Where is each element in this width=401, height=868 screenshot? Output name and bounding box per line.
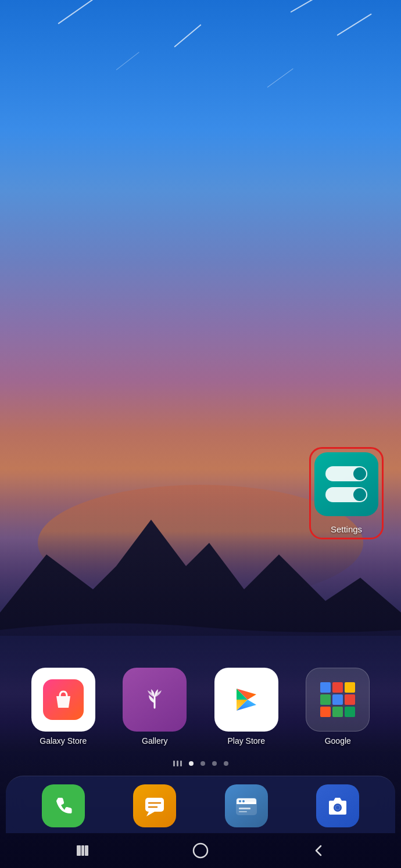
galaxy-store-icon-inner [43,679,84,720]
galaxy-store-app[interactable]: Galaxy Store [31,668,95,745]
bottom-dock [6,776,395,833]
page-dot-4[interactable] [224,761,228,766]
toggle-row-1 [325,466,367,481]
top-spacer [0,0,401,668]
pages-indicator-lines [173,761,182,766]
svg-rect-20 [85,845,88,856]
toggle-knob-1 [353,467,366,480]
phone-dock-icon[interactable] [42,784,85,827]
svg-rect-13 [239,808,250,809]
recents-button[interactable] [68,839,97,862]
messages-dock-icon[interactable] [133,784,176,827]
page-dot-3[interactable] [212,761,217,766]
google-label: Google [325,736,351,745]
settings-highlighted-container: Settings [309,447,384,539]
page-dot-1[interactable] [189,761,194,766]
toggle-row-2 [325,487,367,502]
google-app[interactable]: Google [306,668,370,745]
gallery-label: Gallery [142,736,167,745]
browser-dock-icon[interactable] [225,784,268,827]
browser-dock-app[interactable] [225,784,268,827]
play-store-icon[interactable] [214,668,278,732]
svg-point-17 [336,806,339,809]
svg-rect-5 [145,798,164,812]
svg-rect-18 [77,845,81,856]
svg-point-11 [239,800,241,802]
settings-highlight-border: Settings [309,447,384,539]
google-icon[interactable] [306,668,370,732]
page-dot-2[interactable] [201,761,205,766]
svg-rect-19 [81,845,84,856]
galaxy-store-icon[interactable] [31,668,95,732]
toggle-knob-2 [353,488,366,501]
gallery-app[interactable]: Gallery [123,668,187,745]
google-grid-icon [318,680,357,719]
camera-dock-app[interactable] [316,784,359,827]
home-button[interactable] [186,839,215,862]
play-store-label: Play Store [227,736,265,745]
home-screen: Galaxy Store Gallery [0,0,401,868]
svg-point-12 [242,800,245,802]
settings-app-label: Settings [331,524,362,534]
gallery-icon[interactable] [123,668,187,732]
messages-dock-app[interactable] [133,784,176,827]
svg-rect-21 [194,844,207,858]
app-row: Galaxy Store Gallery [0,668,401,751]
svg-rect-14 [239,811,247,812]
back-button[interactable] [304,839,333,862]
settings-app-icon[interactable] [314,452,378,516]
navigation-bar [0,833,401,868]
play-store-app[interactable]: Play Store [214,668,278,745]
camera-dock-icon[interactable] [316,784,359,827]
page-indicators [0,751,401,776]
phone-dock-app[interactable] [42,784,85,827]
settings-icon-toggles [325,466,367,502]
settings-app-item[interactable]: Settings [314,452,378,534]
galaxy-store-label: Galaxy Store [40,736,87,745]
